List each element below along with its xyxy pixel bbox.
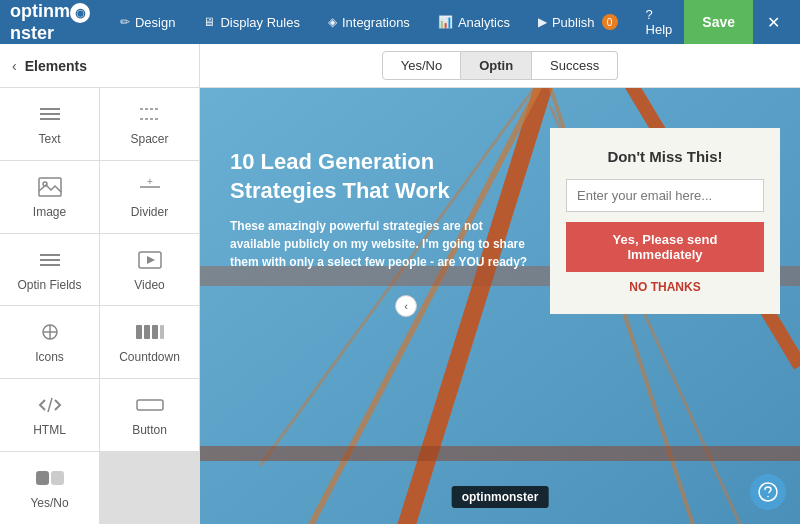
- help-circle-button[interactable]: [750, 474, 786, 510]
- spacer-label: Spacer: [130, 132, 168, 146]
- svg-rect-18: [144, 325, 150, 339]
- element-optin-fields[interactable]: Optin Fields: [0, 234, 99, 306]
- sidebar-collapse-button[interactable]: ‹: [395, 295, 417, 317]
- campaign-text-side: 10 Lead Generation Strategies That Work …: [230, 128, 530, 271]
- campaign-title: 10 Lead Generation Strategies That Work: [230, 148, 530, 205]
- publish-badge: 0: [602, 14, 618, 30]
- svg-marker-13: [147, 256, 155, 264]
- element-yesno[interactable]: Yes/No: [0, 452, 99, 524]
- optin-fields-label: Optin Fields: [17, 278, 81, 292]
- image-label: Image: [33, 205, 66, 219]
- campaign-content: 10 Lead Generation Strategies That Work …: [230, 128, 780, 504]
- element-divider[interactable]: + Divider: [100, 161, 199, 233]
- nav-display-rules-label: Display Rules: [220, 15, 299, 30]
- svg-line-21: [48, 398, 52, 412]
- element-text[interactable]: Text: [0, 88, 99, 160]
- nav-display-rules[interactable]: 🖥 Display Rules: [191, 0, 311, 44]
- text-label: Text: [38, 132, 60, 146]
- publish-icon: ▶: [538, 15, 547, 29]
- design-icon: ✏: [120, 15, 130, 29]
- icons-label: Icons: [35, 350, 64, 364]
- tab-optin[interactable]: Optin: [461, 51, 532, 80]
- analytics-icon: 📊: [438, 15, 453, 29]
- nav-design[interactable]: ✏ Design: [108, 0, 187, 44]
- spacer-icon: [134, 102, 166, 126]
- logo: optinm◉nster: [10, 1, 94, 44]
- nav-design-label: Design: [135, 15, 175, 30]
- video-icon: [134, 248, 166, 272]
- tab-yesno[interactable]: Yes/No: [382, 51, 461, 80]
- divider-icon: +: [134, 175, 166, 199]
- logo-text: optinm◉nster: [10, 1, 94, 44]
- element-icons[interactable]: Icons: [0, 306, 99, 378]
- image-icon: [34, 175, 66, 199]
- integrations-icon: ◈: [328, 15, 337, 29]
- element-html[interactable]: HTML: [0, 379, 99, 451]
- email-input[interactable]: [566, 179, 764, 212]
- html-icon: [34, 393, 66, 417]
- tab-bar: Yes/No Optin Success: [200, 44, 800, 88]
- no-thanks-button[interactable]: NO THANKS: [566, 280, 764, 294]
- campaign-description: These amazingly powerful strategies are …: [230, 217, 530, 271]
- close-button[interactable]: ✕: [757, 0, 790, 44]
- canvas: ‹ 10 Lead Generation Strategies That Wor…: [200, 88, 800, 524]
- yesno-icon: [34, 466, 66, 490]
- nav-help[interactable]: ? Help: [638, 0, 681, 44]
- countdown-label: Countdown: [119, 350, 180, 364]
- optin-box: Don't Miss This! Yes, Please send Immedi…: [550, 128, 780, 314]
- svg-rect-5: [39, 178, 61, 196]
- display-rules-icon: 🖥: [203, 15, 215, 29]
- nav-analytics-label: Analytics: [458, 15, 510, 30]
- optin-fields-icon: [34, 248, 66, 272]
- video-label: Video: [134, 278, 164, 292]
- svg-rect-20: [160, 325, 164, 339]
- nav-help-label: ? Help: [646, 7, 673, 37]
- text-icon: [34, 102, 66, 126]
- nav-integrations[interactable]: ◈ Integrations: [316, 0, 422, 44]
- nav-publish[interactable]: ▶ Publish 0: [526, 0, 630, 44]
- element-button[interactable]: Button: [100, 379, 199, 451]
- elements-grid: Text Spacer Image + Divider: [0, 88, 199, 524]
- bottom-logo-text: optinmonster: [462, 490, 539, 504]
- nav-integrations-label: Integrations: [342, 15, 410, 30]
- divider-label: Divider: [131, 205, 168, 219]
- icons-icon: [34, 320, 66, 344]
- logo-monster: ◉: [70, 3, 90, 23]
- element-spacer[interactable]: Spacer: [100, 88, 199, 160]
- svg-point-35: [767, 496, 769, 498]
- svg-point-34: [759, 483, 777, 501]
- button-icon: [134, 393, 166, 417]
- svg-text:+: +: [147, 178, 153, 187]
- svg-rect-19: [152, 325, 158, 339]
- sidebar: ‹ Elements Text Spacer Image: [0, 44, 200, 524]
- button-label: Button: [132, 423, 167, 437]
- element-image[interactable]: Image: [0, 161, 99, 233]
- svg-rect-24: [51, 471, 64, 485]
- element-countdown[interactable]: Countdown: [100, 306, 199, 378]
- top-navigation: optinm◉nster ✏ Design 🖥 Display Rules ◈ …: [0, 0, 800, 44]
- svg-rect-23: [36, 471, 49, 485]
- optin-title: Don't Miss This!: [566, 148, 764, 165]
- content-area: Yes/No Optin Success: [200, 44, 800, 524]
- yesno-label: Yes/No: [30, 496, 68, 510]
- sidebar-title: Elements: [25, 58, 87, 74]
- save-button[interactable]: Save: [684, 0, 753, 44]
- tab-success[interactable]: Success: [532, 51, 618, 80]
- bottom-logo: optinmonster: [452, 486, 549, 508]
- sidebar-header: ‹ Elements: [0, 44, 199, 88]
- svg-rect-22: [137, 400, 163, 410]
- nav-publish-label: Publish: [552, 15, 595, 30]
- sidebar-back-button[interactable]: ‹: [12, 58, 17, 74]
- countdown-icon: [134, 320, 166, 344]
- main-layout: ‹ Elements Text Spacer Image: [0, 44, 800, 524]
- element-video[interactable]: Video: [100, 234, 199, 306]
- nav-analytics[interactable]: 📊 Analytics: [426, 0, 522, 44]
- html-label: HTML: [33, 423, 66, 437]
- svg-rect-17: [136, 325, 142, 339]
- optin-submit-button[interactable]: Yes, Please send Immediately: [566, 222, 764, 272]
